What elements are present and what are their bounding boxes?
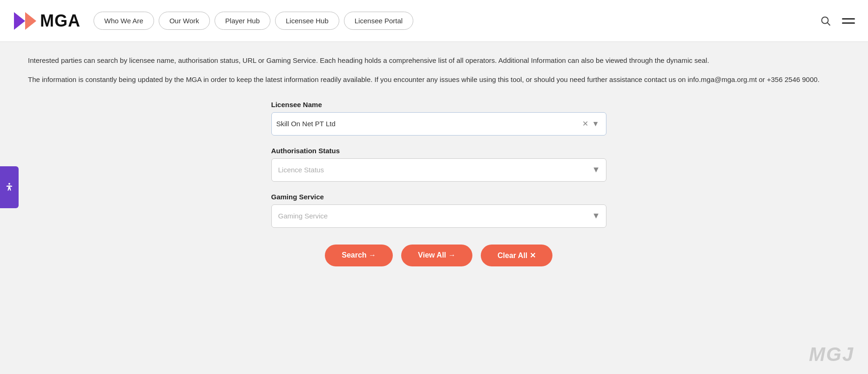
accessibility-button[interactable] — [0, 166, 19, 208]
licensee-name-input[interactable] — [276, 120, 580, 128]
authorisation-status-group: Authorisation Status Licence Status Acti… — [271, 147, 606, 182]
action-buttons-row: Search → View All → Clear All ✕ — [271, 245, 606, 266]
clear-all-button[interactable]: Clear All ✕ — [481, 245, 552, 266]
hamburger-menu-button[interactable] — [840, 16, 857, 26]
svg-marker-1 — [25, 12, 36, 30]
hamburger-line-2 — [842, 22, 855, 24]
nav-licensee-hub[interactable]: Licensee Hub — [275, 12, 339, 30]
info-text-2: The information is constantly being upda… — [28, 74, 849, 86]
svg-marker-0 — [14, 12, 25, 30]
info-text-1: Interested parties can search by license… — [28, 55, 849, 67]
watermark: MGJ — [809, 343, 854, 366]
gaming-service-select[interactable]: Gaming Service B2C B2B — [278, 212, 599, 220]
header-right — [821, 16, 857, 26]
gaming-service-label: Gaming Service — [271, 193, 606, 201]
gaming-service-select-wrapper[interactable]: Gaming Service B2C B2B ▼ — [271, 204, 606, 228]
nav-licensee-portal[interactable]: Licensee Portal — [344, 12, 413, 30]
logo-text: MGA — [40, 11, 81, 31]
main-nav: Who We Are Our Work Player Hub Licensee … — [94, 12, 821, 30]
svg-line-3 — [828, 22, 830, 25]
authorisation-status-select-wrapper[interactable]: Licence Status Active Suspended Cancelle… — [271, 158, 606, 182]
search-icon — [821, 16, 831, 26]
licensee-name-input-wrapper: ✕ ▼ — [271, 112, 606, 136]
authorisation-status-select[interactable]: Licence Status Active Suspended Cancelle… — [278, 166, 599, 174]
svg-point-4 — [8, 183, 10, 184]
header-search-button[interactable] — [821, 16, 831, 26]
nav-our-work[interactable]: Our Work — [159, 12, 210, 30]
main-content: Interested parties can search by license… — [0, 42, 868, 294]
search-button[interactable]: Search → — [325, 245, 393, 266]
site-header: MGA Who We Are Our Work Player Hub Licen… — [0, 0, 868, 42]
licensee-name-clear-button[interactable]: ✕ — [580, 119, 590, 128]
hamburger-line-1 — [842, 18, 855, 20]
licensee-name-label: Licensee Name — [271, 101, 606, 109]
logo-area[interactable]: MGA — [11, 8, 81, 34]
nav-who-we-are[interactable]: Who We Are — [94, 12, 154, 30]
view-all-button[interactable]: View All → — [401, 245, 472, 266]
nav-player-hub[interactable]: Player Hub — [215, 12, 270, 30]
accessibility-icon — [4, 182, 14, 192]
authorisation-status-label: Authorisation Status — [271, 147, 606, 155]
licensee-name-group: Licensee Name ✕ ▼ — [271, 101, 606, 136]
licensee-name-chevron-icon: ▼ — [590, 120, 601, 128]
mga-logo-icon — [11, 8, 36, 34]
gaming-service-group: Gaming Service Gaming Service B2C B2B ▼ — [271, 193, 606, 228]
search-form: Licensee Name ✕ ▼ Authorisation Status L… — [271, 101, 606, 266]
